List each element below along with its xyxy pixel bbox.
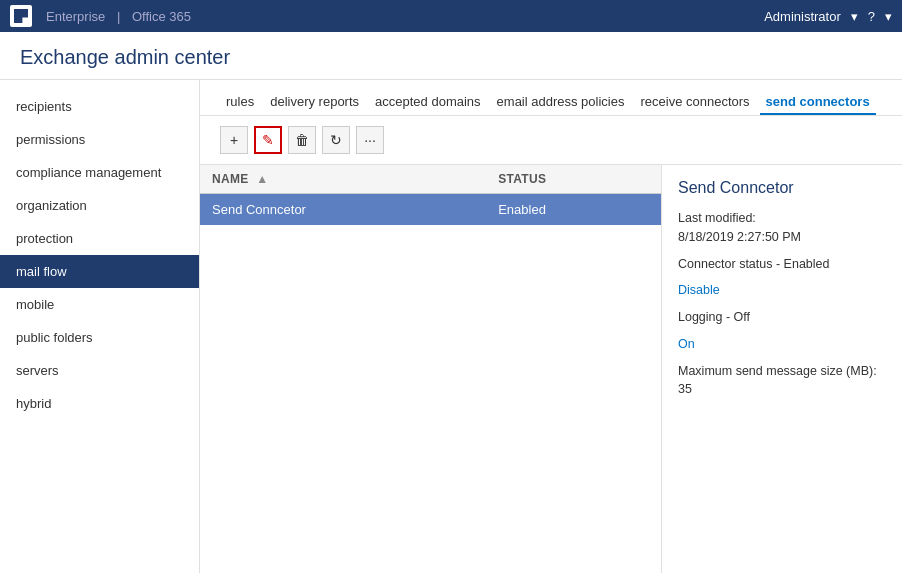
- refresh-button[interactable]: ↻: [322, 126, 350, 154]
- chevron-down-icon: ▾: [851, 9, 858, 24]
- sort-arrow-icon: ▲: [256, 172, 268, 186]
- row-status: Enabled: [486, 194, 661, 226]
- subnav-delivery-reports[interactable]: delivery reports: [264, 90, 365, 115]
- on-link[interactable]: On: [678, 337, 695, 351]
- layout: recipients permissions compliance manage…: [0, 80, 902, 573]
- detail-last-modified: Last modified: 8/18/2019 2:27:50 PM: [678, 209, 886, 247]
- add-button[interactable]: +: [220, 126, 248, 154]
- top-bar-left: Enterprise | Office 365: [10, 5, 195, 27]
- sidebar-item-compliance-management[interactable]: compliance management: [0, 156, 199, 189]
- product1-label: Enterprise: [46, 9, 105, 24]
- disable-link[interactable]: Disable: [678, 283, 720, 297]
- subnav-send-connectors[interactable]: send connectors: [760, 90, 876, 115]
- subnav-receive-connectors[interactable]: receive connectors: [634, 90, 755, 115]
- page-header: Exchange admin center: [0, 32, 902, 80]
- subnav-rules[interactable]: rules: [220, 90, 260, 115]
- detail-pane: Send Conncetor Last modified: 8/18/2019 …: [662, 165, 902, 573]
- help-chevron-icon: ▾: [885, 9, 892, 24]
- sidebar-item-mail-flow[interactable]: mail flow: [0, 255, 199, 288]
- more-button[interactable]: ···: [356, 126, 384, 154]
- page-title: Exchange admin center: [20, 46, 882, 69]
- detail-connector-status: Connector status - Enabled: [678, 255, 886, 274]
- connectors-table: NAME ▲ STATUS Send Conncetor Enabled: [200, 165, 661, 225]
- table-row[interactable]: Send Conncetor Enabled: [200, 194, 661, 226]
- main-content: rules delivery reports accepted domains …: [200, 80, 902, 573]
- user-menu[interactable]: Administrator: [764, 9, 841, 24]
- sidebar-item-hybrid[interactable]: hybrid: [0, 387, 199, 420]
- toolbar: + ✎ 🗑 ↻ ···: [200, 116, 902, 165]
- sidebar-item-servers[interactable]: servers: [0, 354, 199, 387]
- sidebar-item-organization[interactable]: organization: [0, 189, 199, 222]
- row-name: Send Conncetor: [200, 194, 486, 226]
- product-name: Enterprise | Office 365: [42, 9, 195, 24]
- last-modified-label: Last modified:: [678, 211, 756, 225]
- subnav-email-address-policies[interactable]: email address policies: [491, 90, 631, 115]
- connector-status-label: Connector status - Enabled: [678, 257, 829, 271]
- app-logo: [10, 5, 32, 27]
- sidebar-item-recipients[interactable]: recipients: [0, 90, 199, 123]
- table-area: NAME ▲ STATUS Send Conncetor Enabled: [200, 165, 662, 573]
- sidebar: recipients permissions compliance manage…: [0, 80, 200, 573]
- col-status: STATUS: [486, 165, 661, 194]
- max-size-value: 35: [678, 382, 692, 396]
- sidebar-item-protection[interactable]: protection: [0, 222, 199, 255]
- top-bar-right: Administrator ▾ ? ▾: [764, 9, 892, 24]
- product2-label: Office 365: [132, 9, 191, 24]
- col-name: NAME ▲: [200, 165, 486, 194]
- detail-on-link-row: On: [678, 335, 886, 354]
- sidebar-item-public-folders[interactable]: public folders: [0, 321, 199, 354]
- split-pane: NAME ▲ STATUS Send Conncetor Enabled: [200, 165, 902, 573]
- detail-title: Send Conncetor: [678, 179, 886, 197]
- detail-max-size: Maximum send message size (MB): 35: [678, 362, 886, 400]
- sidebar-item-permissions[interactable]: permissions: [0, 123, 199, 156]
- max-size-label: Maximum send message size (MB):: [678, 364, 877, 378]
- table-header-row: NAME ▲ STATUS: [200, 165, 661, 194]
- subnav-accepted-domains[interactable]: accepted domains: [369, 90, 487, 115]
- delete-button[interactable]: 🗑: [288, 126, 316, 154]
- sidebar-item-mobile[interactable]: mobile: [0, 288, 199, 321]
- top-bar: Enterprise | Office 365 Administrator ▾ …: [0, 0, 902, 32]
- help-icon[interactable]: ?: [868, 9, 875, 24]
- detail-disable-link-row: Disable: [678, 281, 886, 300]
- sub-nav: rules delivery reports accepted domains …: [200, 80, 902, 116]
- logging-label: Logging - Off: [678, 310, 750, 324]
- last-modified-value: 8/18/2019 2:27:50 PM: [678, 230, 801, 244]
- edit-button[interactable]: ✎: [254, 126, 282, 154]
- detail-logging: Logging - Off: [678, 308, 886, 327]
